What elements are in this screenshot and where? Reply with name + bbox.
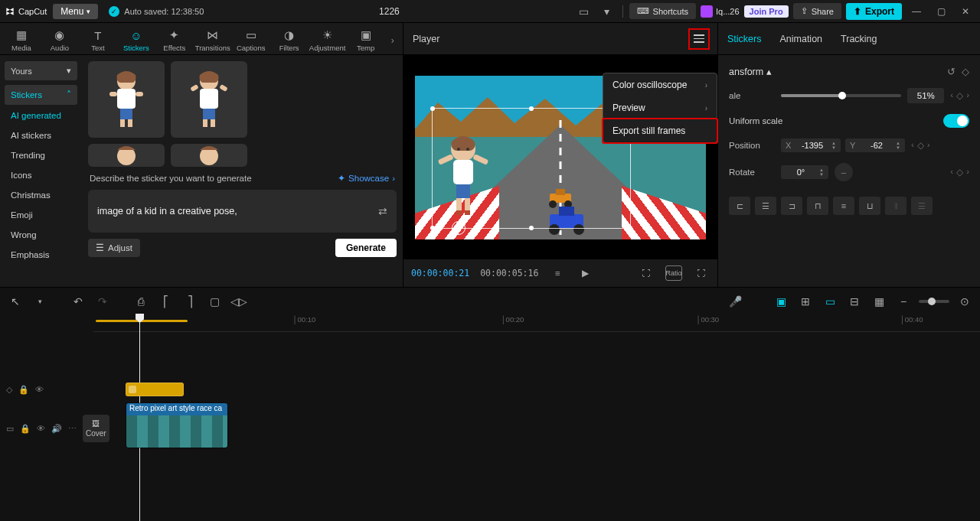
mute-icon[interactable]: 🔊 bbox=[51, 424, 62, 434]
film-icon[interactable]: ▭ bbox=[6, 424, 14, 434]
pointer-tool[interactable]: ↖ bbox=[6, 292, 24, 311]
tool-text[interactable]: TText bbox=[80, 27, 116, 54]
kf-prev-icon[interactable]: ‹ bbox=[950, 90, 953, 101]
tool-stickers[interactable]: ☺Stickers bbox=[118, 27, 155, 54]
rotate-handle-icon[interactable]: ⟲ bbox=[452, 221, 466, 235]
trim-right-tool[interactable]: ⎤ bbox=[181, 292, 199, 311]
category-emphasis[interactable]: Emphasis bbox=[5, 246, 77, 264]
position-y-input[interactable]: Y-62▲▼ bbox=[845, 138, 905, 152]
sticker-thumbnail[interactable] bbox=[171, 61, 247, 138]
magnet-on-icon[interactable]: ▣ bbox=[772, 292, 790, 311]
align-left-icon[interactable]: ⊏ bbox=[729, 197, 750, 215]
tool-transitions[interactable]: ⋈Transitions bbox=[194, 27, 231, 54]
pointer-dropdown[interactable]: ▾ bbox=[31, 292, 49, 311]
kf-next-icon[interactable]: › bbox=[927, 140, 930, 151]
zoom-fit-icon[interactable]: ⊙ bbox=[956, 292, 974, 311]
rotate-dial[interactable]: – bbox=[835, 163, 853, 181]
generate-button[interactable]: Generate bbox=[335, 239, 397, 257]
split-tool[interactable]: ⎙ bbox=[132, 292, 150, 311]
sticker-clip[interactable] bbox=[126, 383, 184, 396]
mic-icon[interactable]: 🎤 bbox=[726, 292, 744, 311]
scale-value[interactable]: 51% bbox=[907, 88, 944, 103]
close-button[interactable]: ✕ bbox=[956, 6, 975, 17]
zoom-slider[interactable] bbox=[919, 300, 949, 303]
minimize-button[interactable]: — bbox=[906, 6, 926, 17]
share-button[interactable]: ⇪Share bbox=[793, 3, 841, 19]
lock-icon[interactable]: 🔒 bbox=[18, 385, 29, 395]
trim-left-tool[interactable]: ⎡ bbox=[156, 292, 175, 311]
play-button[interactable]: ▶ bbox=[577, 265, 593, 281]
tab-stickers[interactable]: Stickers bbox=[727, 34, 761, 44]
category-christmas[interactable]: Christmas bbox=[5, 186, 77, 204]
category-ai-stickers[interactable]: AI stickers bbox=[5, 126, 77, 145]
undo-button[interactable]: ↶ bbox=[69, 292, 87, 311]
tool-templates[interactable]: ▣Temp bbox=[348, 27, 384, 54]
tab-tracking[interactable]: Tracking bbox=[841, 34, 877, 44]
eye-icon[interactable]: 👁 bbox=[35, 385, 44, 394]
sticker-thumbnail[interactable] bbox=[88, 144, 165, 167]
fullscreen-icon[interactable]: ⛶ bbox=[693, 265, 710, 281]
chevron-down-icon[interactable]: ▾ bbox=[598, 2, 616, 21]
scale-slider[interactable] bbox=[781, 94, 901, 97]
layout-icon[interactable]: ▭ bbox=[575, 2, 593, 21]
snap-icon[interactable]: ▭ bbox=[821, 292, 839, 311]
join-pro-button[interactable]: Join Pro bbox=[744, 5, 789, 18]
lock-icon[interactable]: 🔒 bbox=[20, 424, 31, 434]
timeline-ruler[interactable]: │00:10 │00:20 │00:30 │00:40 bbox=[93, 315, 980, 332]
category-ai-generated[interactable]: AI generated bbox=[5, 106, 77, 125]
tool-audio[interactable]: ◉Audio bbox=[41, 27, 78, 54]
ratio-button[interactable]: Ratio bbox=[665, 265, 682, 281]
redo-button[interactable]: ↷ bbox=[93, 292, 112, 311]
diamond-icon[interactable]: ◇ bbox=[6, 385, 12, 395]
tool-adjustment[interactable]: ☀Adjustment bbox=[309, 27, 346, 54]
transform-section-label[interactable]: ansform ▴ bbox=[729, 66, 772, 77]
track-settings-icon[interactable]: ▦ bbox=[870, 292, 888, 311]
align-vcenter-icon[interactable]: ≡ bbox=[833, 197, 854, 215]
kf-next-icon[interactable]: › bbox=[966, 167, 969, 177]
track-controls-sticker[interactable]: ◇ 🔒 👁 bbox=[0, 378, 93, 401]
sticker-thumbnail[interactable] bbox=[171, 144, 247, 167]
tab-animation[interactable]: Animation bbox=[779, 34, 822, 44]
list-icon[interactable]: ≡ bbox=[549, 265, 566, 281]
tool-media[interactable]: ▦Media bbox=[3, 27, 40, 54]
account-chip[interactable]: Iq...26 bbox=[701, 5, 740, 18]
uniform-scale-toggle[interactable] bbox=[943, 114, 969, 128]
delete-tool[interactable]: ▢ bbox=[205, 292, 224, 311]
video-track[interactable]: Retro pixel art style race ca bbox=[93, 402, 980, 451]
kf-prev-icon[interactable]: ‹ bbox=[911, 140, 914, 151]
showcase-link[interactable]: ✦Showcase› bbox=[338, 173, 395, 184]
keyframe-icon[interactable]: ◇ bbox=[962, 66, 969, 77]
category-icons[interactable]: Icons bbox=[5, 166, 77, 184]
align-top-icon[interactable]: ⊓ bbox=[807, 197, 828, 215]
kf-add-icon[interactable]: ◇ bbox=[956, 167, 963, 177]
zoom-out-icon[interactable]: − bbox=[894, 292, 913, 311]
category-emoji[interactable]: Emoji bbox=[5, 206, 77, 224]
tool-filters[interactable]: ◑Filters bbox=[271, 27, 308, 54]
tool-more[interactable]: › bbox=[386, 35, 400, 46]
shuffle-icon[interactable]: ⇄ bbox=[378, 205, 387, 217]
adjust-button[interactable]: ☰Adjust bbox=[88, 239, 140, 257]
more-icon[interactable]: ⋯ bbox=[68, 424, 77, 434]
prompt-input[interactable] bbox=[97, 206, 378, 217]
align-bottom-icon[interactable]: ⊔ bbox=[859, 197, 880, 215]
kf-next-icon[interactable]: › bbox=[966, 90, 969, 101]
player-menu-button[interactable] bbox=[688, 28, 710, 50]
menu-button[interactable]: Menu bbox=[53, 4, 98, 19]
category-wrong[interactable]: Wrong bbox=[5, 226, 77, 244]
track-controls-video[interactable]: ▭ 🔒 👁 🔊 ⋯ 🖼Cover bbox=[0, 401, 93, 456]
video-clip[interactable]: Retro pixel art style race ca bbox=[126, 402, 228, 448]
export-button[interactable]: ⬆Export bbox=[846, 3, 902, 20]
mirror-tool[interactable]: ◁▷ bbox=[230, 292, 248, 311]
tool-captions[interactable]: ▭Captions bbox=[233, 27, 270, 54]
category-stickers[interactable]: Stickers˄ bbox=[5, 85, 77, 105]
kf-add-icon[interactable]: ◇ bbox=[917, 140, 924, 151]
sticker-track[interactable] bbox=[93, 383, 980, 399]
rotate-input[interactable]: 0°▲▼ bbox=[781, 165, 828, 179]
eye-icon[interactable]: 👁 bbox=[37, 424, 45, 433]
category-dropdown[interactable]: Yours▾ bbox=[5, 61, 77, 80]
menu-color-oscilloscope[interactable]: Color oscilloscope› bbox=[603, 73, 717, 96]
reset-icon[interactable]: ↺ bbox=[947, 66, 956, 77]
category-trending[interactable]: Trending bbox=[5, 146, 77, 164]
shortcuts-button[interactable]: ⌨Shortcuts bbox=[629, 3, 696, 19]
preview-icon[interactable]: ⊟ bbox=[845, 292, 864, 311]
